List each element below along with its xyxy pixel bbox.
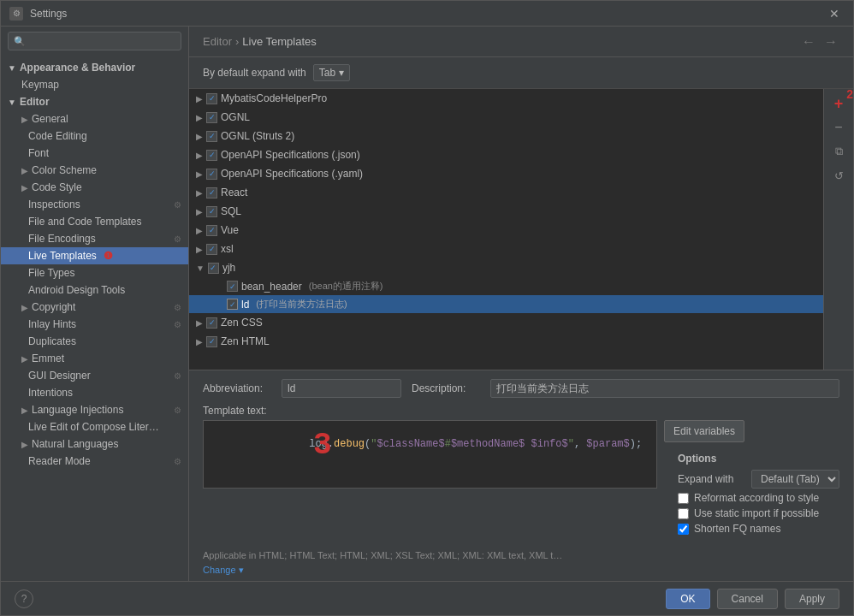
search-box[interactable]: 🔍: [8, 32, 181, 50]
right-panel: Editor › Live Templates ← → By default e…: [189, 27, 853, 581]
description-input[interactable]: [490, 379, 839, 398]
sidebar-item-label: Code Style: [32, 181, 82, 193]
static-import-row: Use static import if possible: [678, 507, 839, 519]
remove-button[interactable]: −: [827, 116, 850, 139]
help-button[interactable]: ?: [15, 589, 33, 608]
forward-button[interactable]: →: [822, 33, 839, 51]
group-checkbox-openapi-yaml[interactable]: ✓: [206, 169, 217, 180]
static-import-checkbox[interactable]: [678, 508, 689, 519]
code-method: debug: [334, 438, 365, 450]
sidebar-item-lang-injections[interactable]: ▶ Language Injections ⚙: [1, 401, 188, 418]
group-checkbox-openapi-json[interactable]: ✓: [206, 150, 217, 161]
sidebar-item-intentions[interactable]: Intentions: [1, 384, 188, 401]
group-checkbox-vue[interactable]: ✓: [206, 225, 217, 236]
cancel-button[interactable]: Cancel: [717, 589, 778, 609]
group-checkbox-react[interactable]: ✓: [206, 187, 217, 198]
expand-with-dropdown[interactable]: Default (Tab): [751, 470, 839, 489]
item-checkbox-bean-header[interactable]: ✓: [227, 281, 238, 292]
sidebar-item-appearance[interactable]: ▼ Appearance & Behavior: [1, 59, 188, 76]
edit-variables-button[interactable]: Edit variables: [664, 420, 744, 442]
settings-icon: ⚙: [174, 320, 181, 329]
group-header-sql[interactable]: ▶ ✓ SQL: [189, 202, 823, 221]
copy-button[interactable]: ⧉: [827, 140, 850, 163]
sidebar-item-keymap[interactable]: Keymap: [1, 76, 188, 93]
chevron-right-icon: ▶: [196, 113, 203, 122]
template-item-bean-header[interactable]: ✓ bean_header (bean的通用注释): [189, 277, 823, 295]
sidebar-item-inlay-hints[interactable]: Inlay Hints ⚙: [1, 316, 188, 333]
group-checkbox-zen-css[interactable]: ✓: [206, 317, 217, 329]
sidebar-item-file-code-templates[interactable]: File and Code Templates: [1, 213, 188, 230]
sidebar-item-general[interactable]: ▶ General: [1, 110, 188, 127]
sidebar-item-natural-languages[interactable]: ▶ Natural Languages: [1, 435, 188, 453]
group-header-xsl[interactable]: ▶ ✓ xsl: [189, 240, 823, 258]
group-checkbox-zen-html[interactable]: ✓: [206, 336, 217, 347]
sidebar-item-label: Duplicates: [28, 335, 76, 347]
sidebar-item-color-scheme[interactable]: ▶ Color Scheme: [1, 162, 188, 179]
sidebar-item-duplicates[interactable]: Duplicates: [1, 333, 188, 350]
shorten-fq-label[interactable]: Shorten FQ names: [694, 523, 780, 535]
reformat-checkbox[interactable]: [678, 493, 689, 504]
sidebar-item-label: Copyright: [32, 301, 75, 313]
group-name-xsl: xsl: [221, 243, 234, 255]
sidebar-item-android-design[interactable]: Android Design Tools: [1, 281, 188, 299]
sidebar-item-emmet[interactable]: ▶ Emmet: [1, 350, 188, 367]
sidebar-item-reader-mode[interactable]: Reader Mode ⚙: [1, 453, 188, 470]
group-checkbox-ognl[interactable]: ✓: [206, 112, 217, 123]
sidebar-item-label: Color Scheme: [32, 164, 97, 176]
shorten-fq-checkbox[interactable]: [678, 524, 689, 535]
apply-button[interactable]: Apply: [785, 589, 839, 609]
abbreviation-input[interactable]: [282, 379, 401, 398]
group-checkbox-sql[interactable]: ✓: [206, 206, 217, 217]
group-checkbox-mybatis[interactable]: ✓: [206, 93, 217, 104]
chevron-right-icon: ▶: [196, 151, 203, 160]
group-header-zen-html[interactable]: ▶ ✓ Zen HTML: [189, 332, 823, 351]
group-name-sql: SQL: [221, 205, 241, 217]
group-header-yjh[interactable]: ▼ ✓ yjh: [189, 258, 823, 277]
code-editor[interactable]: log.debug("$className$#$methodName$ $inf…: [203, 420, 657, 489]
expand-dropdown[interactable]: Tab ▾: [313, 64, 350, 81]
sidebar-item-label: Android Design Tools: [28, 284, 125, 296]
group-header-openapi-yaml[interactable]: ▶ ✓ OpenAPI Specifications (.yaml): [189, 164, 823, 183]
sidebar-item-editor[interactable]: ▼ Editor: [1, 93, 188, 110]
breadcrumb: Editor › Live Templates: [203, 35, 795, 48]
group-header-react[interactable]: ▶ ✓ React: [189, 183, 823, 202]
item-checkbox-ld[interactable]: ✓: [227, 299, 238, 310]
group-header-vue[interactable]: ▶ ✓ Vue: [189, 221, 823, 240]
expand-with-label: Expand with: [678, 473, 746, 485]
group-checkbox-xsl[interactable]: ✓: [206, 244, 217, 255]
close-button[interactable]: ✕: [824, 5, 845, 22]
change-row: Change ▾: [189, 564, 853, 581]
search-input[interactable]: [29, 35, 175, 47]
code-var-classname: $className$: [377, 438, 444, 450]
sidebar-item-label: Appearance & Behavior: [20, 62, 135, 74]
group-header-zen-css[interactable]: ▶ ✓ Zen CSS: [189, 313, 823, 332]
group-header-ognl-struts[interactable]: ▶ ✓ OGNL (Struts 2): [189, 127, 823, 145]
sidebar-item-copyright[interactable]: ▶ Copyright ⚙: [1, 299, 188, 316]
sidebar-item-label: Reader Mode: [28, 455, 91, 467]
sidebar-item-code-style[interactable]: ▶ Code Style: [1, 179, 188, 196]
group-checkbox-yjh[interactable]: ✓: [208, 263, 219, 274]
sidebar-item-file-types[interactable]: File Types: [1, 264, 188, 281]
sidebar-item-code-editing[interactable]: Code Editing: [1, 127, 188, 145]
sidebar-item-file-encodings[interactable]: File Encodings ⚙: [1, 230, 188, 247]
group-header-openapi-json[interactable]: ▶ ✓ OpenAPI Specifications (.json): [189, 145, 823, 164]
change-link[interactable]: Change ▾: [203, 565, 244, 575]
sidebar-item-live-edit[interactable]: Live Edit of Compose Liter…: [1, 418, 188, 435]
reformat-label[interactable]: Reformat according to style: [694, 492, 819, 504]
sidebar-item-gui-designer[interactable]: GUI Designer ⚙: [1, 367, 188, 384]
ok-button[interactable]: OK: [666, 589, 709, 609]
back-button[interactable]: ←: [800, 33, 817, 51]
sidebar-item-live-templates[interactable]: Live Templates ❶: [1, 247, 188, 264]
chevron-icon: ▶: [21, 166, 28, 175]
sidebar-item-inspections[interactable]: Inspections ⚙: [1, 196, 188, 213]
group-checkbox-ognl-struts[interactable]: ✓: [206, 131, 217, 142]
template-item-ld[interactable]: ✓ ld (打印当前类方法日志): [189, 295, 823, 313]
sidebar-item-label: File Types: [28, 267, 74, 279]
chevron-icon: ▶: [21, 354, 28, 364]
group-header-mybatis[interactable]: ▶ ✓ MybatisCodeHelperPro: [189, 89, 823, 108]
reset-button[interactable]: ↺: [827, 164, 850, 187]
static-import-label[interactable]: Use static import if possible: [694, 507, 819, 519]
expand-bar: By default expand with Tab ▾: [189, 57, 853, 89]
group-header-ognl[interactable]: ▶ ✓ OGNL: [189, 108, 823, 127]
sidebar-item-font[interactable]: Font: [1, 145, 188, 162]
